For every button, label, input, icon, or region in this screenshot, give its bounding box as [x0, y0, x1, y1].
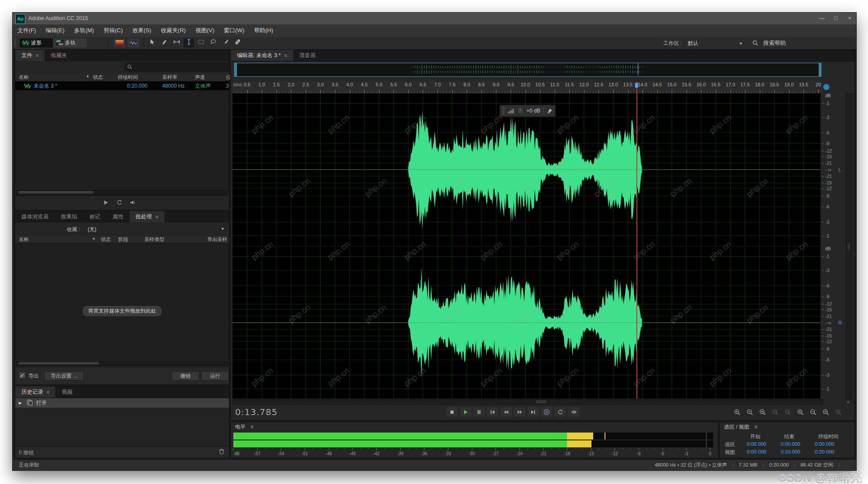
- menu-9[interactable]: 帮助(H): [249, 24, 278, 37]
- view-button-multitrack[interactable]: 多轨: [54, 38, 87, 48]
- spot-healing-brush-tool[interactable]: [232, 38, 243, 48]
- panel-menu-icon[interactable]: ≡: [250, 424, 253, 430]
- panel-menu-icon[interactable]: ≡: [36, 53, 38, 58]
- skip-to-end-button[interactable]: [527, 407, 539, 417]
- razor-tool[interactable]: [159, 38, 170, 48]
- maximize-button[interactable]: □: [829, 13, 842, 24]
- gain-hud[interactable]: +0 dB: [499, 105, 556, 117]
- zoom-out-horizontal-button[interactable]: [769, 407, 781, 417]
- selview-value[interactable]: 0:00.000: [747, 449, 766, 454]
- overview-range-bar[interactable]: [234, 63, 821, 77]
- minimize-button[interactable]: —: [815, 13, 828, 24]
- export-checkbox[interactable]: ✓: [19, 372, 26, 379]
- files-column-1[interactable]: 名称: [19, 74, 29, 81]
- preview-play-button[interactable]: [103, 199, 109, 207]
- gain-knob[interactable]: [516, 107, 524, 115]
- chevron-down-icon[interactable]: ▼: [221, 227, 225, 231]
- timeline-ruler[interactable]: hms 0.51.01.52.02.53.03.54.04.55.05.56.0…: [232, 81, 822, 94]
- history-tab-2[interactable]: 视频: [55, 386, 79, 398]
- selview-value[interactable]: 0:20.000: [781, 449, 800, 454]
- zoom-reset-button[interactable]: [782, 407, 794, 417]
- vertical-scrollbar[interactable]: [846, 93, 852, 399]
- panel-menu-icon[interactable]: ≡: [284, 53, 287, 58]
- vertical-scale-knob[interactable]: [823, 84, 830, 90]
- close-button[interactable]: ×: [843, 13, 856, 24]
- skip-selection-button[interactable]: [568, 407, 580, 417]
- history-entry[interactable]: ▶打开: [15, 398, 229, 408]
- batch-hscrollbar[interactable]: [16, 361, 228, 366]
- loop-playback-button[interactable]: [554, 407, 566, 417]
- batch-run-button[interactable]: 运行: [201, 371, 229, 381]
- batch-column-2[interactable]: 状态: [101, 236, 111, 243]
- zoom-in-at-out-point-button[interactable]: [807, 407, 819, 417]
- files-column-2[interactable]: 状态: [93, 74, 103, 81]
- pin-icon[interactable]: [547, 108, 553, 114]
- playhead-handle[interactable]: [635, 83, 638, 88]
- play-button[interactable]: [460, 407, 472, 417]
- batch-undo-button[interactable]: 撤销: [171, 371, 199, 381]
- record-button[interactable]: [541, 407, 553, 417]
- slip-tool[interactable]: [171, 38, 182, 48]
- editor-tab-1[interactable]: 编辑器: 未命名 3 *≡: [231, 50, 293, 61]
- file-row[interactable]: 未命名 3 *0:20.00048000 Hz立体声32: [15, 82, 229, 90]
- export-settings-button[interactable]: 导出设置 ...: [44, 371, 84, 381]
- view-button-waveform[interactable]: 波形: [20, 38, 53, 48]
- zoom-to-selection-button[interactable]: [820, 407, 832, 417]
- menu-8[interactable]: 窗口(W): [219, 24, 249, 37]
- trash-icon[interactable]: [219, 448, 225, 456]
- menu-3[interactable]: 多轨(M): [69, 24, 99, 37]
- playhead[interactable]: [636, 82, 637, 399]
- selview-value[interactable]: 0:20.000: [815, 449, 834, 454]
- favorites-dropdown[interactable]: (无): [88, 226, 96, 233]
- selview-value[interactable]: 0:00.000: [781, 441, 800, 447]
- batch-tab-3[interactable]: 标记: [83, 211, 106, 222]
- batch-tab-2[interactable]: 效果组: [55, 211, 84, 222]
- zoom-in-vertical-button[interactable]: [731, 407, 743, 417]
- menu-2[interactable]: 编辑(E): [41, 24, 69, 37]
- selview-value[interactable]: 0:00.000: [747, 441, 766, 447]
- horizontal-scrollbar[interactable]: [232, 399, 823, 405]
- panel-menu-icon[interactable]: ≡: [754, 424, 757, 430]
- files-column-3[interactable]: 持续时间: [118, 74, 138, 81]
- menu-5[interactable]: 效果(S): [128, 24, 156, 37]
- files-search-input[interactable]: [124, 63, 234, 72]
- files-tab-2[interactable]: 收藏夹: [44, 50, 73, 61]
- batch-column-4[interactable]: 采样类型: [144, 236, 164, 243]
- zoom-in-at-in-point-button[interactable]: [795, 407, 806, 417]
- fast-forward-button[interactable]: [514, 407, 526, 417]
- menu-4[interactable]: 剪辑(C): [99, 24, 127, 37]
- batch-column-1[interactable]: 名称: [19, 236, 29, 243]
- auto-play-button[interactable]: [130, 199, 137, 207]
- history-tab-1[interactable]: 历史记录≡: [15, 386, 55, 398]
- hud-grip[interactable]: [502, 107, 505, 114]
- panel-menu-icon[interactable]: ≡: [156, 214, 158, 219]
- files-column-5[interactable]: 声道: [195, 74, 205, 81]
- zoom-in-horizontal-button[interactable]: [757, 407, 769, 417]
- batch-tab-4[interactable]: 属性: [106, 211, 130, 222]
- batch-tab-5[interactable]: 批处理≡: [130, 211, 164, 222]
- amplitude-scale[interactable]: dB-1-1-3-3-6-6-9-9-12-12-15-15-21-21- ∞L…: [822, 93, 843, 399]
- loop-preview-button[interactable]: [116, 199, 123, 207]
- help-search-input[interactable]: 搜索帮助: [752, 37, 848, 49]
- spectral-frequency-display-button[interactable]: [114, 39, 125, 47]
- time-selection-tool[interactable]: [184, 38, 194, 48]
- batch-tab-1[interactable]: 媒体浏览器: [15, 211, 55, 222]
- range-handle-left[interactable]: [235, 63, 237, 76]
- expand-arrow-icon[interactable]: ▶: [19, 398, 22, 408]
- batch-column-5[interactable]: 导出采样: [207, 236, 227, 243]
- scroll-up-arrow[interactable]: ▲: [847, 400, 851, 404]
- move-tool[interactable]: [147, 38, 157, 48]
- stop-button[interactable]: [446, 407, 458, 417]
- waveform-display[interactable]: php.cnphp.cnphp.cnphp.cnphp.cnphp.cnphp.…: [232, 93, 820, 399]
- menu-7[interactable]: 视图(V): [191, 24, 219, 37]
- marquee-selection-tool[interactable]: [196, 38, 206, 48]
- batch-column-3[interactable]: 阶段: [118, 236, 128, 243]
- time-display[interactable]: 0:13.785: [235, 407, 277, 417]
- lasso-selection-tool[interactable]: [208, 38, 219, 48]
- toolbar-grip[interactable]: [14, 38, 16, 48]
- pause-button[interactable]: [473, 407, 485, 417]
- files-hscrollbar[interactable]: [16, 190, 228, 195]
- editor-tab-2[interactable]: 混音器: [293, 50, 322, 61]
- files-tab-1[interactable]: 文件≡: [15, 50, 44, 61]
- files-column-4[interactable]: 采样率: [162, 74, 178, 81]
